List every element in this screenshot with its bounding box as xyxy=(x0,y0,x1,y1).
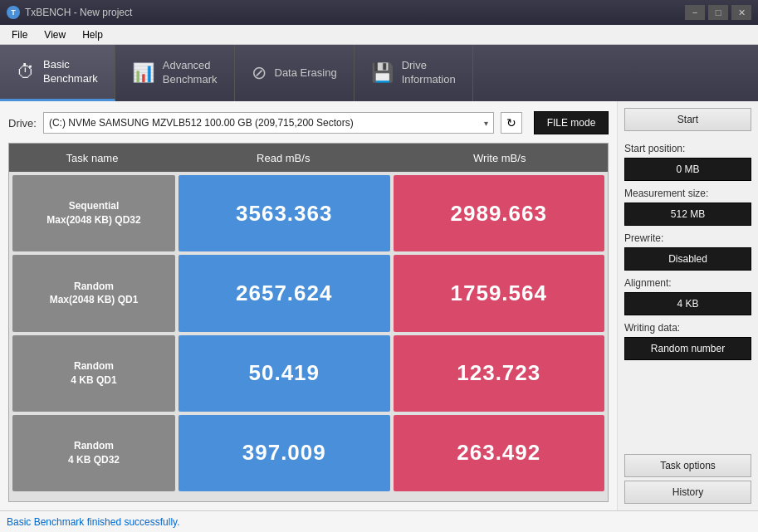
drive-select-text: (C:) NVMe SAMSUNG MZVLB512 100.00 GB (20… xyxy=(49,117,354,129)
toolbar: ⏱ BasicBenchmark 📊 AdvancedBenchmark ⊘ D… xyxy=(0,45,758,101)
drive-info-icon: 💾 xyxy=(371,62,394,84)
minimize-button[interactable]: − xyxy=(685,5,705,20)
window-controls: − □ ✕ xyxy=(685,5,751,20)
drive-label: Drive: xyxy=(8,117,37,129)
drive-dropdown-icon: ▾ xyxy=(484,119,488,128)
tab-advanced-benchmark[interactable]: 📊 AdvancedBenchmark xyxy=(115,45,235,101)
measurement-size-value[interactable]: 512 MB xyxy=(624,203,751,226)
prewrite-value[interactable]: Disabled xyxy=(624,247,751,271)
alignment-value[interactable]: 4 KB xyxy=(624,292,751,315)
row-label-rand-4k-qd32: Random4 KB QD32 xyxy=(12,415,175,491)
menu-file[interactable]: File xyxy=(3,27,36,42)
row-write-rand-large: 1759.564 xyxy=(394,255,605,331)
title-bar: T TxBENCH - New project − □ ✕ xyxy=(0,0,758,25)
data-erasing-icon: ⊘ xyxy=(252,62,267,84)
header-read: Read mB/s xyxy=(175,152,392,164)
row-read-rand-4k-qd1: 50.419 xyxy=(178,335,390,412)
tab-erasing-label: Data Erasing xyxy=(275,66,337,81)
tab-drive-label: DriveInformation xyxy=(402,59,456,87)
close-button[interactable]: ✕ xyxy=(731,5,751,20)
benchmark-table: Task name Read mB/s Write mB/s Sequentia… xyxy=(8,143,609,502)
alignment-label: Alignment: xyxy=(624,277,751,289)
file-mode-button[interactable]: FILE mode xyxy=(534,111,609,134)
writing-data-label: Writing data: xyxy=(624,322,751,334)
basic-benchmark-icon: ⏱ xyxy=(17,61,35,83)
start-button[interactable]: Start xyxy=(624,108,751,131)
maximize-button[interactable]: □ xyxy=(708,5,728,20)
row-write-rand-4k-qd32: 263.492 xyxy=(394,415,605,491)
row-label-rand-4k-qd1: Random4 KB QD1 xyxy=(12,335,175,412)
menu-view[interactable]: View xyxy=(36,27,74,42)
prewrite-label: Prewrite: xyxy=(624,232,751,244)
drive-refresh-button[interactable]: ↻ xyxy=(501,112,522,134)
table-row: RandomMax(2048 KB) QD1 2657.624 1759.564 xyxy=(12,255,604,331)
menu-help[interactable]: Help xyxy=(74,27,111,42)
right-panel: Start Start position: 0 MB Measurement s… xyxy=(617,101,758,510)
table-row: Random4 KB QD32 397.009 263.492 xyxy=(12,415,604,491)
table-row: SequentialMax(2048 KB) QD32 3563.363 298… xyxy=(12,175,604,251)
tab-data-erasing[interactable]: ⊘ Data Erasing xyxy=(235,45,355,101)
measurement-size-label: Measurement size: xyxy=(624,188,751,199)
tab-drive-information[interactable]: 💾 DriveInformation xyxy=(355,45,473,101)
task-options-button[interactable]: Task options xyxy=(624,454,751,477)
header-write: Write mB/s xyxy=(392,152,609,164)
tab-basic-benchmark[interactable]: ⏱ BasicBenchmark xyxy=(0,45,115,101)
row-read-rand-large: 2657.624 xyxy=(178,255,390,331)
drive-row: Drive: (C:) NVMe SAMSUNG MZVLB512 100.00… xyxy=(8,110,609,136)
main-area: Drive: (C:) NVMe SAMSUNG MZVLB512 100.00… xyxy=(0,101,758,510)
bench-rows: SequentialMax(2048 KB) QD32 3563.363 298… xyxy=(9,172,608,501)
row-write-seq: 2989.663 xyxy=(394,175,605,251)
drive-select[interactable]: (C:) NVMe SAMSUNG MZVLB512 100.00 GB (20… xyxy=(43,112,494,134)
left-panel: Drive: (C:) NVMe SAMSUNG MZVLB512 100.00… xyxy=(0,101,617,510)
row-label-seq: SequentialMax(2048 KB) QD32 xyxy=(12,175,175,251)
row-label-rand-large: RandomMax(2048 KB) QD1 xyxy=(12,255,175,331)
window-title: TxBENCH - New project xyxy=(25,7,132,18)
history-button[interactable]: History xyxy=(624,481,751,504)
start-position-label: Start position: xyxy=(624,143,751,154)
status-text: Basic Benchmark finished successfully. xyxy=(7,516,180,528)
advanced-benchmark-icon: 📊 xyxy=(132,62,154,84)
table-row: Random4 KB QD1 50.419 123.723 xyxy=(12,335,604,412)
writing-data-value[interactable]: Random number xyxy=(624,337,751,360)
app-icon: T xyxy=(7,6,20,19)
menu-bar: File View Help xyxy=(0,25,758,45)
row-read-rand-4k-qd32: 397.009 xyxy=(178,415,390,491)
start-position-value[interactable]: 0 MB xyxy=(624,158,751,181)
bench-header: Task name Read mB/s Write mB/s xyxy=(9,144,608,172)
row-write-rand-4k-qd1: 123.723 xyxy=(394,335,605,412)
tab-basic-label: BasicBenchmark xyxy=(43,58,98,86)
header-task: Task name xyxy=(9,152,175,164)
row-read-seq: 3563.363 xyxy=(178,175,390,251)
status-bar: Basic Benchmark finished successfully. xyxy=(0,510,758,532)
tab-advanced-label: AdvancedBenchmark xyxy=(163,59,218,87)
